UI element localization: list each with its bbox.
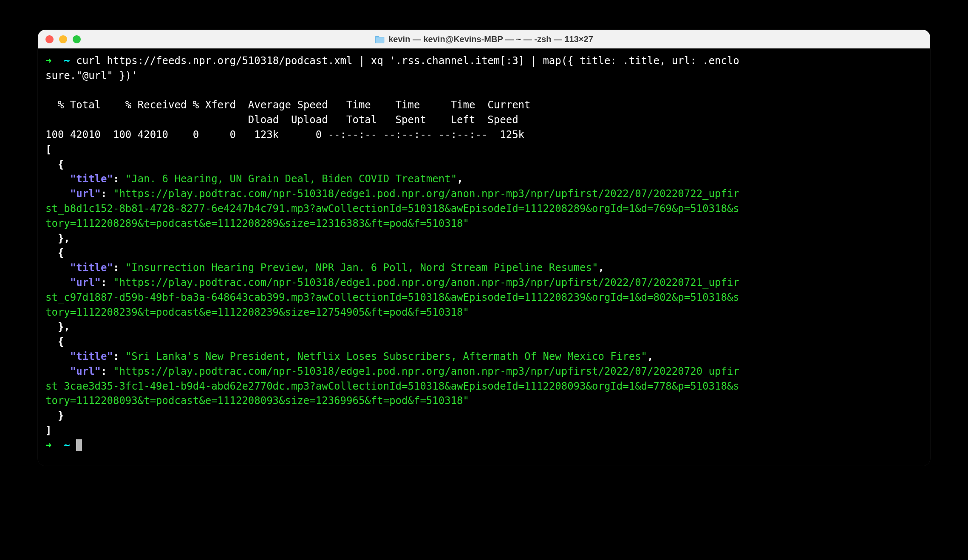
json-key-url: "url" (70, 365, 101, 377)
minimize-button[interactable] (59, 35, 67, 43)
json-open-brace: { (58, 247, 64, 259)
json-key-url: "url" (70, 188, 101, 200)
json-close-bracket: ] (45, 424, 51, 436)
prompt-arrow: ➜ (45, 439, 51, 451)
prompt-arrow: ➜ (45, 55, 51, 67)
cursor (76, 439, 82, 451)
json-comma: , (64, 321, 70, 333)
window-title: kevin — kevin@Kevins-MBP — ~ — -zsh — 11… (375, 34, 593, 44)
json-open-bracket: [ (45, 144, 51, 156)
json-key-url: "url" (70, 277, 101, 288)
terminal-window: kevin — kevin@Kevins-MBP — ~ — -zsh — 11… (38, 30, 930, 466)
json-url-value-l1: "https://play.podtrac.com/npr-510318/edg… (113, 277, 739, 288)
prompt-tilde: ~ (64, 55, 70, 67)
json-title-value: "Jan. 6 Hearing, UN Grain Deal, Biden CO… (125, 173, 457, 185)
json-close-brace: } (58, 232, 64, 244)
folder-icon (375, 35, 385, 43)
json-url-value-l3: tory=1112208093&t=podcast&e=1112208093&s… (45, 395, 469, 407)
json-url-value-l2: st_3cae3d35-3fc1-49e1-b9d4-abd62e2770dc.… (45, 380, 739, 392)
json-comma: , (598, 262, 604, 274)
json-url-value-l2: st_b8d1c152-8b81-4728-8277-6e4247b4c791.… (45, 203, 739, 215)
prompt-tilde: ~ (64, 439, 70, 451)
json-colon: : (101, 277, 107, 288)
json-open-brace: { (58, 336, 64, 348)
terminal-body[interactable]: ➜ ~ curl https://feeds.npr.org/510318/po… (38, 48, 930, 466)
json-url-value-l1: "https://play.podtrac.com/npr-510318/edg… (113, 365, 739, 377)
json-url-value-l3: tory=1112208239&t=podcast&e=1112208239&s… (45, 306, 469, 318)
close-button[interactable] (45, 35, 54, 43)
json-comma: , (457, 173, 463, 185)
json-colon: : (113, 262, 119, 274)
json-open-brace: { (58, 158, 64, 170)
json-colon: : (101, 365, 107, 377)
json-close-brace: } (58, 321, 64, 333)
command-text-line2: sure."@url" })' (45, 70, 138, 82)
window-titlebar: kevin — kevin@Kevins-MBP — ~ — -zsh — 11… (38, 30, 930, 48)
json-key-title: "title" (70, 173, 113, 185)
curl-progress-row: 100 42010 100 42010 0 0 123k 0 --:--:-- … (45, 127, 923, 142)
json-title-value: "Insurrection Hearing Preview, NPR Jan. … (125, 262, 598, 274)
curl-header-2: Dload Upload Total Spent Left Speed (45, 113, 923, 127)
json-comma: , (647, 351, 653, 362)
json-colon: : (113, 173, 119, 185)
window-title-text: kevin — kevin@Kevins-MBP — ~ — -zsh — 11… (388, 34, 593, 44)
json-url-value-l3: tory=1112208289&t=podcast&e=1112208289&s… (45, 218, 469, 229)
json-title-value: "Sri Lanka's New President, Netflix Lose… (125, 351, 647, 362)
curl-header-1: % Total % Received % Xferd Average Speed… (45, 98, 923, 113)
command-text-line1: curl https://feeds.npr.org/510318/podcas… (76, 55, 739, 67)
json-comma: , (64, 232, 70, 244)
json-key-title: "title" (70, 351, 113, 362)
json-colon: : (101, 188, 107, 200)
json-url-value-l2: st_c97d1887-d59b-49bf-ba3a-648643cab399.… (45, 291, 739, 303)
maximize-button[interactable] (73, 35, 81, 43)
json-close-brace: } (58, 410, 64, 421)
json-key-title: "title" (70, 262, 113, 274)
json-url-value-l1: "https://play.podtrac.com/npr-510318/edg… (113, 188, 739, 200)
json-colon: : (113, 351, 119, 362)
traffic-lights (45, 35, 81, 43)
